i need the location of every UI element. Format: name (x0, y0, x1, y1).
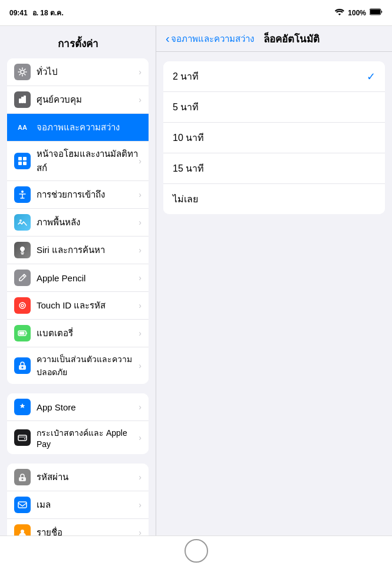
control-chevron: › (139, 95, 141, 104)
battery-sidebar-icon (14, 325, 31, 341)
svg-rect-13 (21, 254, 24, 255)
wifi-icon (335, 8, 344, 17)
svg-rect-5 (24, 96, 26, 103)
privacy-chevron: › (139, 361, 141, 370)
touchid-icon (14, 297, 31, 314)
battery-icon (370, 8, 383, 17)
status-date: อ. 18 ต.ค. (32, 7, 64, 18)
svg-point-10 (21, 190, 24, 193)
sidebar-item-contacts[interactable]: รายชื่อ › (7, 519, 149, 536)
home-icon (14, 153, 31, 169)
sidebar-item-mail[interactable]: เมล › (7, 491, 149, 519)
sidebar-item-home[interactable]: หน้าจอโฮมและงานมัลติทาสก์ › (7, 142, 149, 181)
access-chevron: › (139, 190, 141, 199)
mail-chevron: › (139, 500, 141, 510)
pencil-label: Apple Pencil (37, 273, 139, 283)
sidebar-item-wallet[interactable]: กระเป๋าสตางค์และ Apple Pay › (7, 421, 149, 454)
svg-point-23 (22, 478, 24, 480)
sidebar-item-siri[interactable]: Siri และการค้นหา › (7, 236, 149, 264)
home-button[interactable] (185, 539, 208, 563)
status-time: 09:41 (9, 9, 28, 17)
option-2min[interactable]: 2 นาที ✓ (163, 61, 385, 92)
general-icon (14, 64, 31, 80)
content-area: ‹ จอภาพและความสว่าง ล็อคอัตโนมัติ 2 นาที… (156, 26, 392, 536)
sidebar-item-privacy[interactable]: ความเป็นส่วนตัวและความปลอดภัย › (7, 347, 149, 384)
svg-point-19 (22, 367, 24, 369)
access-label: การช่วยการเข้าถึง (37, 188, 139, 202)
nav-bar: ‹ จอภาพและความสว่าง ล็อคอัตโนมัติ (156, 26, 392, 52)
passwords-chevron: › (139, 472, 141, 482)
status-bar: 09:41 อ. 18 ต.ค. 100% (0, 0, 392, 26)
svg-rect-6 (18, 157, 22, 160)
svg-rect-9 (23, 162, 27, 165)
sidebar-item-passwords[interactable]: รหัสผ่าน › (7, 464, 149, 491)
svg-rect-12 (21, 252, 24, 254)
checkmark-icon: ✓ (367, 70, 375, 83)
option-5min-label: 5 นาที (173, 100, 199, 114)
contacts-chevron: › (139, 528, 141, 536)
status-bar-left: 09:41 อ. 18 ต.ค. (9, 7, 64, 18)
general-label: ทั่วไป (37, 65, 139, 79)
display-label: จอภาพและความสว่าง (37, 120, 141, 134)
sidebar-item-appstore[interactable]: App Store › (7, 393, 149, 421)
sidebar-item-control[interactable]: ศูนย์ควบคุม › (7, 86, 149, 114)
wallpaper-chevron: › (139, 218, 141, 227)
sidebar-item-pencil[interactable]: Apple Pencil › (7, 264, 149, 292)
back-chevron-icon: ‹ (166, 32, 170, 45)
svg-rect-17 (19, 332, 25, 335)
sidebar-group-3: รหัสผ่าน › เมล › รายชื่อ › (7, 464, 149, 536)
siri-chevron: › (139, 245, 141, 255)
home-chevron: › (139, 156, 141, 166)
nav-back-label: จอภาพและความสว่าง (171, 32, 254, 46)
home-label: หน้าจอโฮมและงานมัลติทาสก์ (37, 147, 139, 175)
sidebar-title: การตั้งค่า (0, 26, 156, 58)
sidebar-item-wallpaper[interactable]: ภาพพื้นหลัง › (7, 209, 149, 236)
touchid-chevron: › (139, 301, 141, 310)
svg-rect-20 (18, 435, 27, 441)
passwords-icon (14, 469, 31, 485)
status-bar-right: 100% (335, 8, 383, 17)
sidebar-group-1: ทั่วไป › ศูนย์ควบคุม › AA จอภาพและความสว… (7, 58, 149, 384)
sidebar-group-2: App Store › กระเป๋าสตางค์และ Apple Pay › (7, 393, 149, 454)
nav-title: ล็อคอัตโนมัติ (263, 31, 319, 47)
home-bar (0, 536, 392, 565)
option-never-label: ไม่เลย (173, 192, 198, 206)
svg-rect-3 (19, 98, 21, 103)
sidebar-item-access[interactable]: การช่วยการเข้าถึง › (7, 181, 149, 209)
svg-point-21 (24, 438, 25, 439)
svg-point-2 (21, 70, 24, 74)
sidebar: การตั้งค่า ทั่วไป › ศูนย์ควบคุม › (0, 26, 156, 536)
sidebar-item-display[interactable]: AA จอภาพและความสว่าง (7, 114, 149, 142)
option-10min[interactable]: 10 นาที (163, 123, 385, 153)
siri-label: Siri และการค้นหา (37, 243, 139, 257)
contacts-label: รายชื่อ (37, 525, 139, 536)
appstore-label: App Store (37, 402, 139, 412)
sidebar-item-general[interactable]: ทั่วไป › (7, 58, 149, 86)
siri-icon (14, 242, 31, 258)
battery-chevron: › (139, 329, 141, 338)
privacy-icon (14, 357, 31, 374)
sidebar-item-battery[interactable]: แบตเตอรี่ › (7, 320, 149, 347)
option-15min-label: 15 นาที (173, 161, 204, 176)
wallet-label: กระเป๋าสตางค์และ Apple Pay (37, 426, 139, 449)
nav-back-button[interactable]: ‹ จอภาพและความสว่าง (166, 32, 254, 46)
option-never[interactable]: ไม่เลย (163, 184, 385, 214)
svg-rect-1 (370, 9, 380, 14)
access-icon (14, 186, 31, 203)
sidebar-item-touchid[interactable]: Touch ID และรหัส › (7, 292, 149, 320)
option-5min[interactable]: 5 นาที (163, 92, 385, 123)
control-label: ศูนย์ควบคุม (37, 93, 139, 107)
contacts-icon (14, 524, 31, 536)
battery-label: แบตเตอรี่ (37, 326, 139, 340)
options-group: 2 นาที ✓ 5 นาที 10 นาที 15 นาที ไม่เลย (163, 61, 385, 214)
pencil-icon (14, 270, 31, 286)
passwords-label: รหัสผ่าน (37, 470, 139, 484)
wallet-chevron: › (139, 433, 141, 442)
mail-icon (14, 497, 31, 513)
appstore-chevron: › (139, 402, 141, 412)
pencil-chevron: › (139, 273, 141, 282)
option-2min-label: 2 นาที (173, 69, 199, 84)
svg-point-11 (19, 219, 22, 222)
device-frame: 09:41 อ. 18 ต.ค. 100% การตั้งค่า (0, 0, 392, 565)
option-15min[interactable]: 15 นาที (163, 153, 385, 184)
